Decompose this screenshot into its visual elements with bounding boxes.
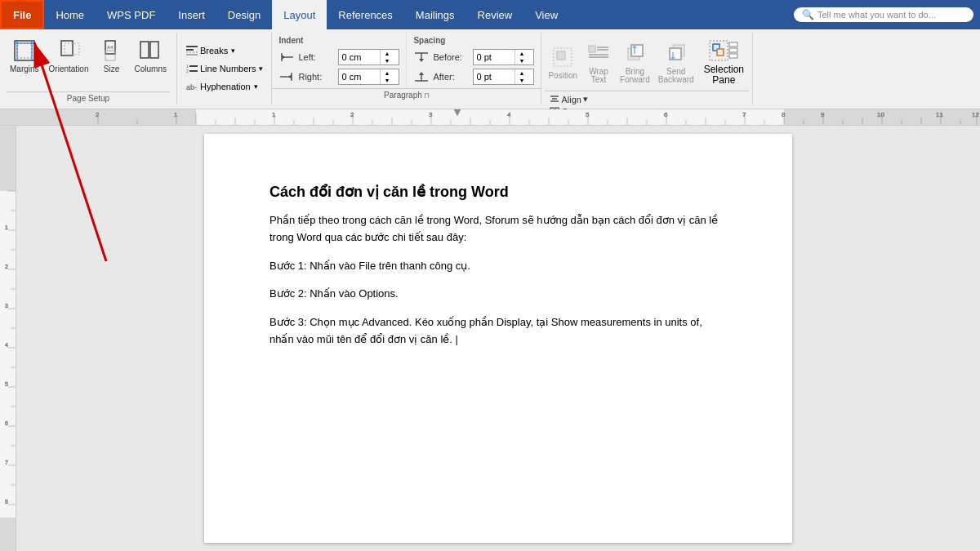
svg-marker-32 xyxy=(419,72,424,75)
document-para-3: Bước 3: Chọn mục Advanced. Kéo xuống phầ… xyxy=(270,314,727,349)
svg-text:4: 4 xyxy=(5,342,8,348)
svg-rect-8 xyxy=(105,51,115,60)
svg-rect-53 xyxy=(729,54,737,58)
tab-view[interactable]: View xyxy=(523,0,569,29)
selection-pane-label2: Pane xyxy=(712,74,735,86)
breaks-label: Breaks xyxy=(200,46,228,56)
before-spacing-input[interactable] xyxy=(474,51,514,63)
tab-insert[interactable]: Insert xyxy=(167,0,216,29)
margins-label: Margins xyxy=(10,64,39,73)
selection-pane-icon xyxy=(709,39,738,62)
document-para-2: Bước 2: Nhấn vào Options. xyxy=(270,286,727,303)
document-para-0: Phần tiếp theo trong cách căn lề trong W… xyxy=(270,212,727,247)
right-indent-input-wrap: ▲ ▼ xyxy=(338,69,399,85)
svg-rect-51 xyxy=(729,42,737,47)
left-indent-up[interactable]: ▲ xyxy=(381,50,393,57)
align-icon xyxy=(550,95,559,104)
tab-layout[interactable]: Layout xyxy=(272,0,327,29)
search-placeholder: Tell me what you want to do... xyxy=(817,10,936,20)
page-setup-label: Page Setup xyxy=(7,91,170,104)
tab-mailings[interactable]: Mailings xyxy=(404,0,466,29)
svg-text:6: 6 xyxy=(664,111,668,118)
columns-button[interactable]: Columns xyxy=(131,36,170,75)
svg-text:9: 9 xyxy=(821,111,825,118)
svg-rect-15 xyxy=(186,54,198,56)
right-indent-down[interactable]: ▼ xyxy=(381,77,393,84)
left-indent-input[interactable] xyxy=(339,51,380,63)
svg-rect-17 xyxy=(189,65,198,67)
before-spacing-up[interactable]: ▲ xyxy=(515,50,528,57)
spacing-label: Spacing xyxy=(413,36,534,45)
line-numbers-button[interactable]: 1 2 Line Numbers ▾ xyxy=(182,60,266,77)
menu-tabs: File Home WPS PDF Insert Design Layout R… xyxy=(0,0,980,29)
svg-rect-12 xyxy=(186,46,198,47)
svg-text:10: 10 xyxy=(877,111,884,118)
svg-marker-29 xyxy=(419,59,424,62)
after-spacing-input[interactable] xyxy=(474,71,514,82)
search-bar[interactable]: 🔍 Tell me what you want to do... xyxy=(794,7,973,22)
tab-review[interactable]: Review xyxy=(466,0,524,29)
svg-rect-125 xyxy=(0,191,16,518)
orientation-button[interactable]: Orientation xyxy=(46,36,92,75)
svg-rect-52 xyxy=(729,48,737,52)
line-numbers-label: Line Numbers xyxy=(200,64,256,73)
before-label: Before: xyxy=(433,52,470,62)
main-area: 1 2 3 4 5 6 7 8 xyxy=(0,126,980,551)
tab-design[interactable]: Design xyxy=(216,0,272,29)
wrap-text-button[interactable]: Wrap Text xyxy=(582,38,615,86)
bring-forward-button[interactable]: Bring Forward xyxy=(617,38,653,86)
document-area: Cách đổi đơn vị căn lề trong Word Phần t… xyxy=(16,126,980,551)
wrap-text-label2: Text xyxy=(591,75,606,84)
svg-text:2: 2 xyxy=(350,111,354,118)
document-para-1: Bước 1: Nhấn vào File trên thanh công cụ… xyxy=(270,258,727,275)
breaks-button[interactable]: Breaks ▾ xyxy=(182,42,266,59)
tab-references[interactable]: References xyxy=(327,0,403,29)
svg-rect-0 xyxy=(15,41,34,60)
tab-file[interactable]: File xyxy=(0,0,44,29)
ribbon-toolbar: Margins Orientation A4 xyxy=(0,29,980,109)
left-indent-icon xyxy=(278,51,295,63)
svg-text:3: 3 xyxy=(5,303,8,309)
svg-rect-5 xyxy=(61,41,73,56)
after-spacing-input-wrap: ▲ ▼ xyxy=(473,69,534,85)
svg-text:5: 5 xyxy=(5,381,8,387)
size-button[interactable]: A4 Size xyxy=(96,36,128,75)
svg-text:1: 1 xyxy=(174,111,178,118)
document-page: Cách đổi đơn vị căn lề trong Word Phần t… xyxy=(204,134,792,543)
before-spacing-down[interactable]: ▼ xyxy=(515,57,528,64)
svg-text:7: 7 xyxy=(5,460,8,465)
tab-home[interactable]: Home xyxy=(44,0,96,29)
position-icon xyxy=(551,46,574,69)
breaks-icon xyxy=(185,44,198,57)
indent-label: Indent xyxy=(278,36,399,45)
svg-marker-23 xyxy=(282,55,285,60)
svg-rect-34 xyxy=(557,51,565,60)
orientation-icon xyxy=(57,39,80,62)
hyphenation-button[interactable]: ab- Hyphenation ▾ xyxy=(182,78,266,95)
left-indent-down[interactable]: ▼ xyxy=(381,57,393,64)
line-numbers-icon: 1 2 xyxy=(185,62,198,75)
send-backward-label2: Backward xyxy=(658,75,694,84)
document-title: Cách đổi đơn vị căn lề trong Word xyxy=(270,183,727,201)
position-button[interactable]: Position xyxy=(545,42,581,82)
bring-forward-icon xyxy=(623,42,646,64)
right-indent-up[interactable]: ▲ xyxy=(381,69,393,77)
svg-text:12: 12 xyxy=(972,111,979,118)
margins-button[interactable]: Margins xyxy=(7,36,42,75)
paragraph-group-label: Paragraph ⊓ xyxy=(272,88,541,101)
svg-rect-1 xyxy=(17,43,32,58)
right-indent-input[interactable] xyxy=(339,71,380,82)
svg-text:8: 8 xyxy=(782,111,786,118)
before-spacing-input-wrap: ▲ ▼ xyxy=(473,49,534,65)
svg-rect-10 xyxy=(140,42,149,58)
send-backward-button[interactable]: Send Backward xyxy=(655,38,697,86)
svg-rect-13 xyxy=(186,49,194,51)
svg-marker-26 xyxy=(288,74,292,79)
size-label: Size xyxy=(104,64,119,73)
after-spacing-down[interactable]: ▼ xyxy=(515,77,528,84)
tab-wps-pdf[interactable]: WPS PDF xyxy=(96,0,167,29)
svg-text:5: 5 xyxy=(586,111,590,118)
after-spacing-up[interactable]: ▲ xyxy=(515,69,528,77)
align-button[interactable]: Align ▾ xyxy=(548,93,749,105)
selection-pane-button[interactable]: Selection Pane xyxy=(699,36,749,87)
